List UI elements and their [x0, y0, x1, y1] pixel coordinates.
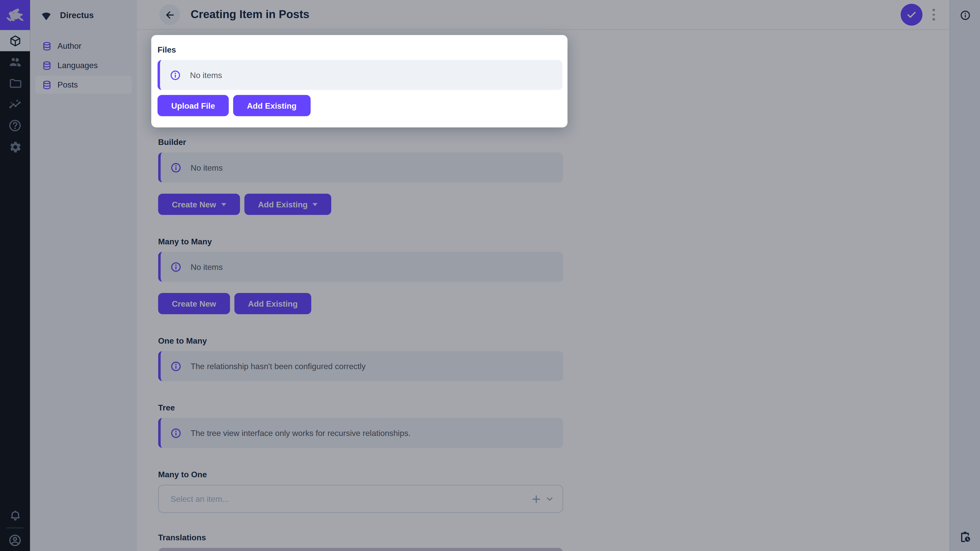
button-label: Upload File: [171, 101, 215, 110]
files-add-existing-button[interactable]: Add Existing: [233, 95, 310, 116]
files-notice: No items: [158, 60, 563, 90]
upload-file-button[interactable]: Upload File: [158, 95, 229, 116]
notice-text: No items: [190, 70, 222, 80]
field-label: Files: [158, 44, 563, 55]
app-window: Directus Author Languages: [0, 0, 980, 551]
files-field-card: Files No items Upload File Add Existing: [151, 35, 568, 127]
info-icon: [170, 70, 181, 80]
button-label: Add Existing: [247, 101, 297, 110]
